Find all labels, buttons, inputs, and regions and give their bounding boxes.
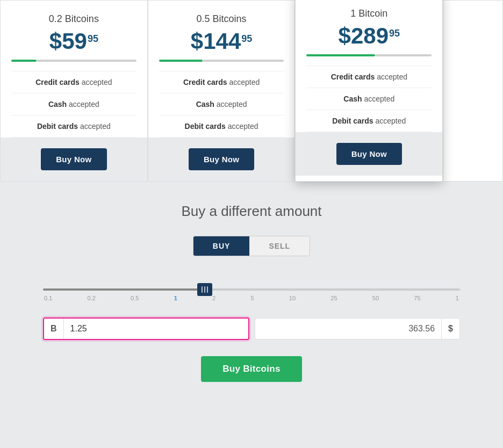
feature-text-credit-0-2: accepted [80,78,112,86]
bitcoin-amount-input[interactable] [64,319,248,339]
slider-thumb-lines [202,286,208,293]
slider-label-2: 0.5 [131,295,139,301]
feature-credit-0-5: Credit cards accepted [159,71,284,93]
pricing-section: 0.2 Bitcoins $59 95 Credit cards accepte… [0,0,503,182]
buy-custom-section: Buy a different amount BUY SELL [0,182,503,398]
slider-track [43,288,460,291]
price-dollar-0-5: $144 [191,30,241,53]
slider-thumb-line-2 [204,286,205,293]
feature-text-credit-0-5: accepted [227,78,260,86]
price-bar-green-1 [306,54,375,56]
price-bar-1 [306,54,432,57]
buy-sell-toggle-container: BUY SELL [11,236,492,272]
feature-bold-credit-0-5: Credit cards [183,78,227,86]
feature-bold-debit-1: Debit cards [332,117,373,125]
price-bar-0-2 [11,59,136,62]
buy-bitcoins-row: Buy Bitcoins [11,356,492,382]
price-bar-gray-0-2 [37,60,136,62]
slider-label-6: 10 [289,295,296,301]
pricing-card-0-5: 0.5 Bitcoins $144 95 Credit cards accept… [148,0,296,182]
price-cents-0-5: 95 [241,33,252,45]
slider-label-5: 5 [250,295,254,301]
card-features-1: Credit cards accepted Cash accepted Debi… [306,66,432,132]
feature-debit-0-2: Debit cards accepted [11,115,136,138]
buy-now-button-0-2[interactable]: Buy Now [41,148,106,170]
feature-bold-credit-1: Credit cards [331,73,375,81]
slider-label-7: 25 [330,295,337,301]
page-wrapper: 0.2 Bitcoins $59 95 Credit cards accepte… [0,0,503,448]
slider-label-10: 1 [456,295,459,301]
usd-input-wrapper: 363.56 $ [255,318,460,339]
slider-label-4: 2 [212,295,215,301]
buy-now-button-0-5[interactable]: Buy Now [189,148,254,170]
feature-cash-0-5: Cash accepted [159,93,284,115]
price-dollar-1: $289 [339,25,389,47]
slider-label-8: 50 [372,295,379,301]
section-title: Buy a different amount [11,203,492,220]
buy-now-button-1[interactable]: Buy Now [336,143,402,165]
buy-now-row-0-5: Buy Now [148,138,295,181]
price-cents-1: 95 [389,28,400,39]
buy-now-row-1: Buy Now [296,132,442,176]
feature-bold-credit-0-2: Credit cards [35,78,80,86]
buy-now-row-0-2: Buy Now [1,138,147,181]
feature-credit-1: Credit cards accepted [306,66,432,88]
price-bar-0-5 [159,59,284,62]
feature-text-cash-0-5: accepted [214,100,247,109]
feature-text-credit-1: accepted [375,73,407,81]
usd-value-display: 363.56 [255,319,442,339]
pricing-card-partial [443,0,503,182]
slider-thumb[interactable] [197,283,212,296]
feature-bold-cash-1: Cash [343,95,362,103]
feature-text-debit-1: accepted [373,117,406,125]
price-bar-gray-1 [375,54,432,56]
card-features-0-2: Credit cards accepted Cash accepted Debi… [11,71,136,138]
btc-symbol: B [44,319,64,339]
slider-labels: 0.1 0.2 0.5 1 2 5 10 25 50 75 1 [43,295,460,301]
partial-card-title [454,13,492,22]
feature-cash-1: Cash accepted [306,88,432,110]
bitcoin-input-wrapper: B [43,317,249,340]
feature-debit-1: Debit cards accepted [306,110,432,132]
price-bar-green-0-5 [159,60,203,62]
price-dollar-0-2: $59 [49,30,87,53]
card-title-0-5: 0.5 Bitcoins [159,13,284,25]
feature-text-debit-0-2: accepted [78,122,111,131]
price-bar-green-0-2 [11,60,37,62]
feature-credit-0-2: Credit cards accepted [11,71,136,93]
feature-text-debit-0-5: accepted [226,122,258,131]
slider-label-9: 75 [414,295,420,301]
pricing-card-1: 1 Bitcoin $289 95 Credit cards accepted … [295,0,443,182]
slider-section: 0.1 0.2 0.5 1 2 5 10 25 50 75 1 [11,288,492,301]
card-price-1: $289 95 [306,25,432,47]
feature-bold-debit-0-2: Debit cards [37,122,78,131]
pricing-card-0-2: 0.2 Bitcoins $59 95 Credit cards accepte… [0,0,148,182]
feature-bold-debit-0-5: Debit cards [185,122,226,131]
feature-bold-cash-0-2: Cash [48,100,67,109]
buy-bitcoins-button[interactable]: Buy Bitcoins [201,356,302,382]
card-price-0-5: $144 95 [159,30,284,53]
slider-track-filled [43,288,202,291]
amount-inputs: B 363.56 $ [11,317,492,340]
price-bar-gray-0-5 [203,60,284,62]
card-title-0-2: 0.2 Bitcoins [11,13,136,25]
slider-label-0: 0.1 [44,295,52,301]
card-features-0-5: Credit cards accepted Cash accepted Debi… [159,71,284,138]
feature-text-cash-1: accepted [362,95,395,103]
feature-debit-0-5: Debit cards accepted [159,115,284,138]
buy-toggle-button[interactable]: BUY [193,236,250,256]
slider-thumb-line-1 [202,286,203,293]
feature-cash-0-2: Cash accepted [11,93,136,115]
usd-symbol: $ [442,319,459,339]
card-price-0-2: $59 95 [11,30,136,53]
slider-track-container [43,288,460,291]
slider-thumb-line-3 [207,286,208,293]
price-cents-0-2: 95 [88,33,98,45]
feature-bold-cash-0-5: Cash [196,100,214,109]
slider-label-1: 0.2 [88,295,96,301]
slider-label-3: 1 [174,295,177,301]
card-title-1: 1 Bitcoin [306,8,432,19]
sell-toggle-button[interactable]: SELL [249,236,310,256]
buy-sell-toggle: BUY SELL [193,236,310,256]
feature-text-cash-0-2: accepted [67,100,99,109]
